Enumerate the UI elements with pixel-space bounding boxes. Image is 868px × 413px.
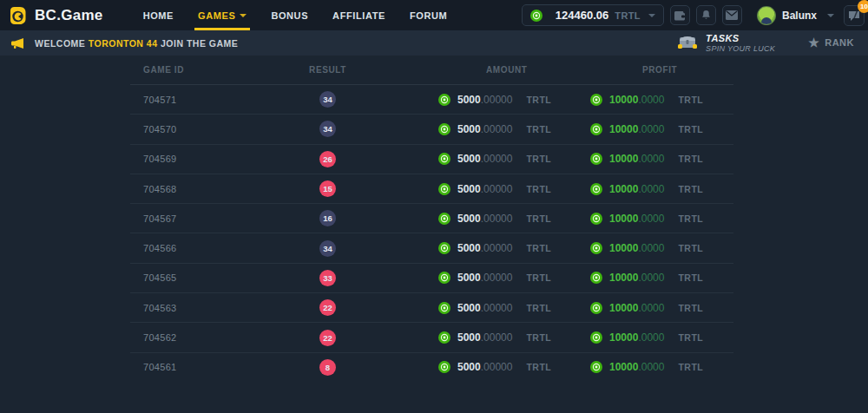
profit-integer: 10000 — [609, 123, 638, 135]
game-id-cell: 704570 — [130, 124, 273, 134]
messages-button[interactable] — [722, 5, 742, 25]
table-row[interactable]: 704569 26 5000.00000 TRTL 10000.0000 TRT… — [130, 144, 733, 174]
amount-currency: TRTL — [526, 184, 551, 194]
tasks-text: TASKS SPIN YOUR LUCK — [706, 33, 775, 53]
chevron-down-icon — [648, 14, 655, 17]
game-id-cell: 704569 — [130, 154, 273, 164]
coin-icon — [438, 94, 450, 106]
profit-cell: 10000.0000 TRTL — [569, 302, 733, 314]
table-row[interactable]: 704571 34 5000.00000 TRTL 10000.0000 TRT… — [130, 84, 733, 114]
coin-icon — [590, 242, 602, 254]
result-badge: 8 — [319, 359, 336, 376]
amount-currency: TRTL — [526, 272, 551, 283]
amount-integer: 5000 — [457, 272, 481, 284]
rank-widget[interactable]: ★ RANK — [808, 36, 854, 49]
table-row[interactable]: 704567 16 5000.00000 TRTL 10000.0000 TRT… — [130, 203, 733, 233]
avatar — [757, 6, 776, 25]
result-badge: 22 — [319, 299, 336, 316]
amount-cell: 5000.00000 TRTL — [382, 123, 569, 135]
profit-currency: TRTL — [678, 243, 703, 253]
topbar-right: 124460.06 TRTL Bal — [522, 4, 868, 26]
user-menu[interactable]: Balunx — [757, 6, 834, 25]
amount-cell: 5000.00000 TRTL — [382, 94, 569, 106]
nav-forum[interactable]: FORUM — [398, 0, 459, 30]
amount-cell: 5000.00000 TRTL — [382, 302, 569, 314]
table-row[interactable]: 704562 22 5000.00000 TRTL 10000.0000 TRT… — [130, 322, 733, 351]
profit-fraction: .0000 — [638, 242, 664, 254]
nav-affiliate[interactable]: AFFILIATE — [320, 0, 398, 30]
brand-logo[interactable]: BC.Game — [7, 5, 103, 26]
coin-icon — [590, 94, 602, 106]
announcement-text: WELCOME TORONTON 44 JOIN THE GAME — [35, 38, 238, 49]
amount-integer: 5000 — [457, 213, 481, 225]
coin-icon — [438, 272, 450, 284]
amount-fraction: .00000 — [481, 331, 513, 344]
profit-cell: 10000.0000 TRTL — [569, 213, 733, 225]
table-row[interactable]: 704563 22 5000.00000 TRTL 10000.0000 TRT… — [130, 292, 733, 322]
chevron-down-icon — [827, 14, 834, 17]
coin-icon — [438, 361, 450, 373]
amount-currency: TRTL — [526, 95, 551, 105]
profit-fraction: .0000 — [638, 123, 664, 135]
coin-icon — [438, 331, 450, 344]
coin-icon — [590, 183, 602, 195]
table-row[interactable]: 704566 34 5000.00000 TRTL 10000.0000 TRT… — [130, 233, 733, 262]
game-id-cell: 704566 — [130, 243, 273, 253]
nav-games[interactable]: GAMES — [186, 0, 259, 30]
amount-fraction: .00000 — [481, 123, 513, 135]
game-history-table: GAME ID RESULT AMOUNT PROFIT 704571 34 5… — [130, 56, 733, 382]
table-row[interactable]: 704570 34 5000.00000 TRTL 10000.0000 TRT… — [130, 114, 733, 143]
header-amount: AMOUNT — [382, 65, 569, 75]
amount-fraction: .00000 — [481, 153, 513, 165]
amount-currency: TRTL — [526, 303, 551, 313]
profit-currency: TRTL — [678, 303, 703, 313]
game-id-cell: 704571 — [130, 95, 273, 105]
tasks-widget[interactable]: TASKS SPIN YOUR LUCK — [676, 33, 775, 53]
coin-icon — [438, 123, 450, 135]
game-id-cell: 704565 — [130, 272, 273, 283]
profit-fraction: .0000 — [638, 361, 664, 373]
profit-integer: 10000 — [609, 213, 638, 225]
megaphone-icon — [10, 37, 24, 49]
amount-cell: 5000.00000 TRTL — [382, 242, 569, 254]
profit-fraction: .0000 — [638, 183, 664, 195]
amount-fraction: .00000 — [481, 242, 513, 254]
nav-home[interactable]: HOME — [131, 0, 186, 30]
notifications-button[interactable] — [696, 5, 716, 25]
profit-integer: 10000 — [609, 272, 638, 284]
table-row[interactable]: 704568 15 5000.00000 TRTL 10000.0000 TRT… — [130, 174, 733, 203]
coin-icon — [590, 213, 602, 225]
table-row[interactable]: 704561 8 5000.00000 TRTL 10000.0000 TRTL — [130, 352, 733, 382]
nav-bonus[interactable]: BONUS — [259, 0, 320, 30]
result-cell: 16 — [273, 210, 382, 226]
chevron-down-icon — [240, 14, 247, 17]
profit-fraction: .0000 — [638, 272, 664, 284]
amount-fraction: .00000 — [481, 302, 513, 314]
result-cell: 34 — [273, 121, 382, 137]
result-badge: 34 — [319, 240, 336, 257]
announcement-bar: WELCOME TORONTON 44 JOIN THE GAME TASKS … — [0, 30, 868, 56]
wallet-button[interactable] — [670, 5, 690, 25]
coin-icon — [438, 242, 450, 254]
amount-integer: 5000 — [457, 302, 481, 314]
balance-amount: 124460.06 — [556, 9, 608, 22]
profit-currency: TRTL — [678, 362, 703, 372]
chat-button[interactable]: 10 — [844, 5, 865, 26]
result-cell: 34 — [273, 240, 382, 257]
brand-name: BC.Game — [35, 7, 103, 24]
chat-icon — [848, 10, 860, 21]
coin-icon — [590, 302, 602, 314]
amount-integer: 5000 — [457, 331, 481, 344]
profit-integer: 10000 — [609, 302, 638, 314]
profit-cell: 10000.0000 TRTL — [569, 272, 733, 284]
profit-integer: 10000 — [609, 361, 638, 373]
table-row[interactable]: 704565 33 5000.00000 TRTL 10000.0000 TRT… — [130, 263, 733, 292]
balance-selector[interactable]: 124460.06 TRTL — [522, 4, 664, 26]
envelope-icon — [726, 10, 738, 20]
profit-currency: TRTL — [678, 184, 703, 194]
amount-integer: 5000 — [457, 361, 481, 373]
tasks-title: TASKS — [706, 33, 775, 44]
amount-cell: 5000.00000 TRTL — [382, 331, 569, 344]
result-badge: 26 — [319, 151, 336, 167]
amount-cell: 5000.00000 TRTL — [382, 361, 569, 373]
